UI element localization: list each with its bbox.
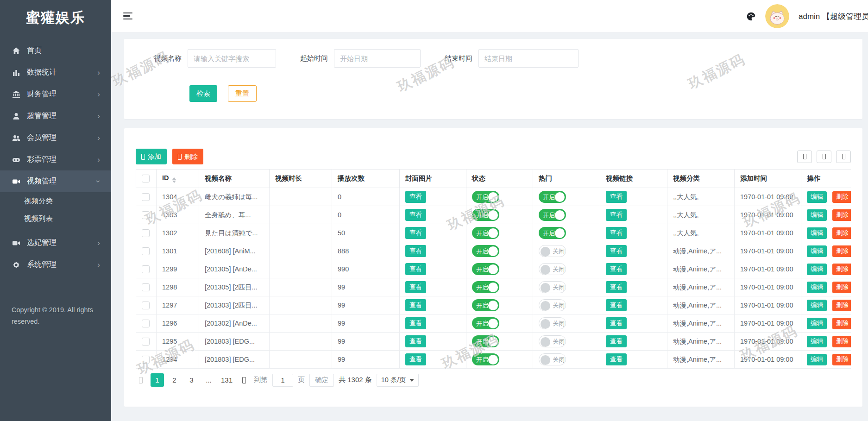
edit-button[interactable]: 编辑 [807,209,827,221]
edit-button[interactable]: 编辑 [807,191,827,203]
next-page-button[interactable] [239,374,249,387]
sidebar-item-stats[interactable]: 数据统计 › [0,62,111,83]
delete-row-button[interactable]: 删除 [832,245,851,257]
view-cover-button[interactable]: 查看 [405,191,426,203]
sidebar-item-members[interactable]: 会员管理 › [0,127,111,149]
row-checkbox[interactable] [142,193,150,201]
goto-page-input[interactable] [272,374,293,387]
sidebar-item-finance[interactable]: 财务管理 › [0,83,111,105]
start-date-input[interactable] [334,49,421,68]
view-cover-button[interactable]: 查看 [405,353,426,365]
per-page-select[interactable]: 10 条/页 [377,374,419,387]
status-toggle[interactable]: 开启 [472,191,499,203]
hot-toggle[interactable]: 关闭 [539,263,566,275]
confirm-page-button[interactable]: 确定 [309,374,334,387]
delete-row-button[interactable]: 删除 [832,318,851,329]
status-toggle[interactable]: 开启 [472,299,499,311]
hot-toggle[interactable]: 关闭 [539,299,566,311]
row-checkbox[interactable] [142,320,150,327]
table-print-button[interactable] [836,151,851,163]
view-link-button[interactable]: 查看 [606,281,627,293]
row-checkbox[interactable] [142,211,150,219]
view-cover-button[interactable]: 查看 [405,263,426,275]
delete-row-button[interactable]: 删除 [832,209,851,221]
edit-button[interactable]: 编辑 [807,336,827,347]
prev-page-button[interactable] [136,374,146,387]
reset-button[interactable]: 重置 [228,85,257,102]
sidebar-item-admin[interactable]: 超管管理 › [0,105,111,127]
row-checkbox[interactable] [142,247,150,255]
view-link-button[interactable]: 查看 [606,317,627,329]
avatar[interactable] [765,4,789,28]
delete-row-button[interactable]: 删除 [832,354,851,365]
edit-button[interactable]: 编辑 [807,318,827,329]
theme-palette-icon[interactable] [746,12,756,21]
search-button[interactable]: 检索 [189,85,217,102]
row-checkbox[interactable] [142,283,150,291]
delete-row-button[interactable]: 删除 [832,336,851,347]
table-export-button[interactable] [817,151,831,163]
delete-button[interactable]: 删除 [172,149,203,164]
status-toggle[interactable]: 开启 [472,335,499,347]
status-toggle[interactable]: 开启 [472,245,499,257]
row-checkbox[interactable] [142,302,150,309]
menu-toggle-icon[interactable] [123,13,132,20]
hot-toggle[interactable]: 关闭 [539,245,566,257]
sidebar-subitem-video-category[interactable]: 视频分类 [0,192,111,210]
view-link-button[interactable]: 查看 [606,191,627,203]
page-button[interactable]: 131 [219,373,234,387]
page-button[interactable]: 3 [185,373,198,387]
row-checkbox[interactable] [142,338,150,346]
delete-row-button[interactable]: 删除 [832,282,851,293]
view-cover-button[interactable]: 查看 [405,299,426,311]
hot-toggle[interactable]: 关闭 [539,317,566,329]
view-cover-button[interactable]: 查看 [405,335,426,347]
end-date-input[interactable] [478,49,579,68]
hot-toggle[interactable]: 关闭 [539,281,566,293]
sidebar-item-home[interactable]: 首页 [0,40,111,62]
view-link-button[interactable]: 查看 [606,299,627,311]
edit-button[interactable]: 编辑 [807,300,827,311]
select-all-checkbox[interactable] [142,175,150,182]
edit-button[interactable]: 编辑 [807,282,827,293]
status-toggle[interactable]: 开启 [472,263,499,275]
view-link-button[interactable]: 查看 [606,227,627,239]
status-toggle[interactable]: 开启 [472,317,499,329]
view-cover-button[interactable]: 查看 [405,317,426,329]
sidebar-item-video[interactable]: 视频管理 › [0,170,111,192]
header-id[interactable]: ID [157,170,199,188]
row-checkbox[interactable] [142,356,150,364]
hot-toggle[interactable]: 开启 [539,191,566,203]
hot-toggle[interactable]: 关闭 [539,335,566,347]
delete-row-button[interactable]: 删除 [832,227,851,239]
page-button[interactable]: 1 [151,373,164,387]
sort-icon[interactable] [172,177,176,183]
table-filter-button[interactable] [797,151,812,163]
hot-toggle[interactable]: 关闭 [539,353,566,365]
edit-button[interactable]: 编辑 [807,264,827,275]
page-button[interactable]: 2 [168,373,181,387]
sidebar-item-lottery[interactable]: 彩票管理 › [0,149,111,170]
delete-row-button[interactable]: 删除 [832,191,851,203]
view-link-button[interactable]: 查看 [606,353,627,365]
row-checkbox[interactable] [142,265,150,273]
delete-row-button[interactable]: 删除 [832,300,851,311]
view-link-button[interactable]: 查看 [606,209,627,221]
status-toggle[interactable]: 开启 [472,353,499,365]
hot-toggle[interactable]: 开启 [539,209,566,221]
view-link-button[interactable]: 查看 [606,245,627,257]
delete-row-button[interactable]: 删除 [832,264,851,275]
row-checkbox[interactable] [142,229,150,237]
edit-button[interactable]: 编辑 [807,245,827,257]
sidebar-item-system[interactable]: 系统管理 › [0,254,111,276]
view-link-button[interactable]: 查看 [606,335,627,347]
status-toggle[interactable]: 开启 [472,281,499,293]
view-cover-button[interactable]: 查看 [405,227,426,239]
video-name-input[interactable] [188,49,276,68]
status-toggle[interactable]: 开启 [472,227,499,239]
edit-button[interactable]: 编辑 [807,354,827,365]
view-cover-button[interactable]: 查看 [405,245,426,257]
sidebar-item-concubine[interactable]: 选妃管理 › [0,232,111,254]
status-toggle[interactable]: 开启 [472,209,499,221]
view-link-button[interactable]: 查看 [606,263,627,275]
